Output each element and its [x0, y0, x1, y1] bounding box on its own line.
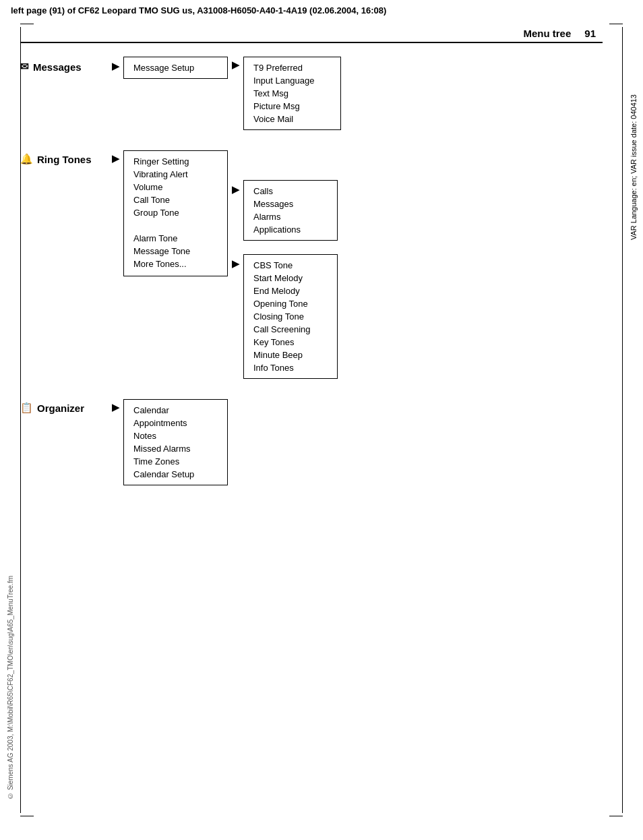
volume-arrow: ▶	[228, 180, 243, 195]
closing-tone: Closing Tone	[253, 310, 328, 323]
organizer-section: 📋 Organizer ▶ Calendar Appointments Note…	[20, 399, 603, 485]
calendar-setup-item: Calendar Setup	[133, 468, 218, 481]
organizer-icon: 📋	[20, 402, 33, 414]
voice-mail: Voice Mail	[253, 113, 331, 125]
message-setup-arrow: ▶	[228, 57, 243, 70]
organizer-text: Organizer	[37, 402, 84, 414]
header-text: left page (91) of CF62 Leopard TMO SUG u…	[11, 5, 386, 16]
messages-label: ✉ Messages	[20, 57, 108, 73]
title-bar: Menu tree 91	[20, 28, 603, 43]
message-setup-box: Message Setup	[123, 57, 228, 79]
ring-tones-text: Ring Tones	[37, 154, 92, 165]
appointments-item: Appointments	[133, 417, 218, 429]
calls-item: Calls	[253, 185, 328, 198]
calendar-item: Calendar	[133, 404, 218, 417]
ringer-setting: Ringer Setting	[133, 155, 218, 168]
organizer-arrow: ▶	[108, 399, 123, 413]
messages-arrow: ▶	[108, 57, 123, 71]
info-tones: Info Tones	[253, 361, 328, 374]
vibrating-alert: Vibrating Alert	[133, 168, 218, 181]
text-msg: Text Msg	[253, 87, 331, 100]
messages-l3-box: T9 Preferred Input Language Text Msg Pic…	[243, 57, 341, 130]
more-tones: More Tones...	[133, 258, 218, 270]
end-melody: End Melody	[253, 284, 328, 297]
opening-tone: Opening Tone	[253, 297, 328, 310]
notes-item: Notes	[133, 429, 218, 442]
organizer-l2-box: Calendar Appointments Notes Missed Alarm…	[123, 399, 228, 485]
page-number: 91	[584, 28, 596, 39]
t9-preferred: T9 Preferred	[253, 61, 331, 74]
ring-tones-section: 🔔 Ring Tones ▶ Ringer Setting Vibrating …	[20, 150, 603, 379]
key-tones: Key Tones	[253, 336, 328, 349]
group-tone: Group Tone	[133, 206, 218, 219]
picture-msg: Picture Msg	[253, 100, 331, 113]
side-text-left: © Siemens AG 2003, M:\Mobil\R65\CF62_TMO…	[7, 576, 14, 800]
page-header: left page (91) of CF62 Leopard TMO SUG u…	[0, 0, 643, 21]
messages-item: Messages	[253, 198, 328, 210]
ring-tones-l2-box: Ringer Setting Vibrating Alert Volume Ca…	[123, 150, 228, 276]
ring-tones-arrow: ▶	[108, 150, 123, 164]
applications-item: Applications	[253, 223, 328, 236]
call-tone: Call Tone	[133, 193, 218, 206]
ring-tones-label: 🔔 Ring Tones	[20, 150, 108, 165]
missed-alarms-item: Missed Alarms	[133, 442, 218, 455]
alarms-item: Alarms	[253, 210, 328, 223]
volume: Volume	[133, 181, 218, 193]
spacer1	[133, 219, 218, 232]
more-tones-arrow: ▶	[228, 254, 243, 269]
message-tone: Message Tone	[133, 245, 218, 258]
cbs-tone: CBS Tone	[253, 259, 328, 272]
messages-section: ✉ Messages ▶ Message Setup ▶ T9 Preferre…	[20, 57, 603, 130]
call-screening: Call Screening	[253, 323, 328, 336]
time-zones-item: Time Zones	[133, 455, 218, 468]
page-title: Menu tree	[523, 28, 571, 39]
input-language: Input Language	[253, 74, 331, 87]
messages-text: Messages	[33, 61, 82, 73]
volume-children-box: Calls Messages Alarms Applications	[243, 180, 338, 241]
alarm-tone: Alarm Tone	[133, 232, 218, 245]
message-setup-item: Message Setup	[133, 61, 218, 74]
start-melody: Start Melody	[253, 272, 328, 284]
ring-tones-icon: 🔔	[20, 153, 33, 165]
minute-beep: Minute Beep	[253, 349, 328, 361]
messages-icon: ✉	[20, 61, 29, 73]
more-tones-children-box: CBS Tone Start Melody End Melody Opening…	[243, 254, 338, 379]
page-content: Menu tree 91 ✉ Messages ▶ Message Setup …	[0, 21, 643, 506]
organizer-label: 📋 Organizer	[20, 399, 108, 414]
